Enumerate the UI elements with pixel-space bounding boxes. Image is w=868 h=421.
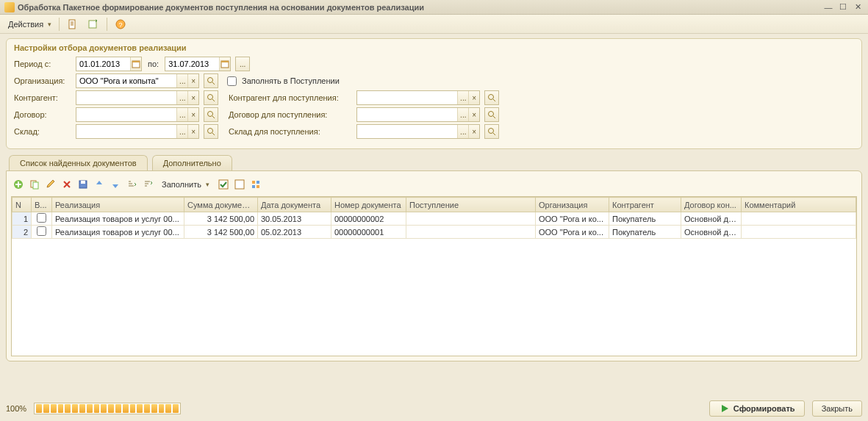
uncheck-icon	[234, 179, 245, 190]
actions-menu[interactable]: Действия	[4, 17, 55, 32]
documents-table[interactable]: N В... Реализация Сумма документа Дата д…	[11, 196, 857, 356]
select-button[interactable]: ...	[176, 74, 187, 87]
clear-button[interactable]: ×	[187, 74, 198, 87]
contract-field[interactable]: ... ×	[76, 107, 199, 122]
cell-check[interactable]	[32, 226, 52, 239]
date-to-input[interactable]	[165, 57, 219, 71]
col-date[interactable]: Дата документа	[258, 198, 331, 212]
clear-button[interactable]: ×	[468, 108, 479, 121]
table-row[interactable]: 1Реализация товаров и услуг 00...3 142 5…	[12, 212, 856, 226]
col-counterparty[interactable]: Контрагент	[609, 198, 681, 212]
col-n[interactable]: N	[12, 198, 32, 212]
clear-button[interactable]: ×	[187, 125, 198, 138]
clear-button[interactable]: ×	[187, 91, 198, 104]
table-row[interactable]: 2Реализация товаров и услуг 00...3 142 5…	[12, 226, 856, 239]
calendar-icon[interactable]	[219, 57, 230, 71]
close-button[interactable]: ✕	[852, 2, 864, 12]
date-from-input[interactable]	[76, 57, 130, 71]
counterparty-receipt-lookup-button[interactable]	[484, 90, 499, 105]
uncheck-all-button[interactable]	[232, 177, 247, 192]
settings-button[interactable]	[248, 177, 263, 192]
check-all-button[interactable]	[216, 177, 231, 192]
contract-receipt-input[interactable]	[357, 108, 457, 121]
col-v[interactable]: В...	[32, 198, 52, 212]
warehouse-receipt-field[interactable]: ... ×	[356, 124, 480, 139]
minimize-button[interactable]: —	[822, 2, 834, 12]
col-docnum[interactable]: Номер документа	[331, 198, 406, 212]
fill-menu[interactable]: Заполнить	[157, 177, 215, 192]
col-sum[interactable]: Сумма документа	[184, 198, 258, 212]
col-org[interactable]: Организация	[536, 198, 609, 212]
warehouse-receipt-lookup-button[interactable]	[484, 124, 499, 139]
arrow-up-icon	[93, 179, 105, 190]
svg-text:?: ?	[119, 21, 123, 29]
tab-additional[interactable]: Дополнительно	[152, 155, 232, 170]
cell-check[interactable]	[32, 212, 52, 226]
col-receipt[interactable]: Поступление	[406, 198, 536, 212]
move-down-button[interactable]	[108, 177, 123, 192]
fill-checkbox[interactable]	[227, 76, 237, 86]
col-comment[interactable]: Комментарий	[742, 198, 856, 212]
contract-receipt-field[interactable]: ... ×	[356, 107, 480, 122]
select-button[interactable]: ...	[457, 91, 468, 104]
maximize-button[interactable]: ☐	[837, 2, 849, 12]
magnify-icon	[207, 76, 215, 85]
warehouse-lookup-button[interactable]	[204, 124, 218, 139]
col-contract[interactable]: Договор кон...	[681, 198, 742, 212]
close-footer-button[interactable]: Закрыть	[812, 400, 862, 417]
counterparty-receipt-field[interactable]: ... ×	[356, 90, 480, 105]
counterparty-field[interactable]: ... ×	[76, 90, 199, 105]
counterparty-input[interactable]	[76, 91, 176, 104]
move-up-button[interactable]	[92, 177, 107, 192]
warehouse-field[interactable]: ... ×	[76, 124, 199, 139]
toolbar-btn-1[interactable]	[63, 17, 82, 32]
pencil-icon	[45, 179, 57, 190]
cell-comment	[742, 226, 856, 239]
form-button[interactable]: Сформировать	[709, 400, 805, 417]
clear-button[interactable]: ×	[468, 125, 479, 138]
counterparty-label: Контрагент:	[14, 93, 73, 102]
counterparty-lookup-button[interactable]	[204, 90, 218, 105]
org-input[interactable]	[76, 74, 176, 87]
copy-button[interactable]	[27, 177, 42, 192]
titlebar: Обработка Пакетное формирование документ…	[0, 0, 868, 15]
delete-button[interactable]	[60, 177, 74, 192]
counterparty-receipt-input[interactable]	[357, 91, 457, 104]
contract-receipt-lookup-button[interactable]	[484, 107, 499, 122]
period-ext-button[interactable]: ...	[235, 57, 250, 71]
org-field[interactable]: ... ×	[76, 73, 199, 88]
fill-label: Заполнить	[162, 180, 201, 189]
calendar-icon[interactable]	[130, 57, 141, 71]
svg-line-11	[212, 99, 215, 101]
toolbar-btn-2[interactable]	[84, 17, 103, 32]
select-button[interactable]: ...	[176, 91, 187, 104]
contract-lookup-button[interactable]	[204, 107, 218, 122]
svg-rect-0	[69, 20, 75, 29]
svg-line-9	[212, 82, 215, 84]
org-lookup-button[interactable]	[204, 73, 218, 88]
select-button[interactable]: ...	[176, 108, 187, 121]
sort-desc-button[interactable]	[140, 177, 155, 192]
date-from-field[interactable]	[76, 57, 142, 71]
edit-button[interactable]	[43, 177, 58, 192]
help-button[interactable]: ?	[111, 17, 130, 32]
tab-panel: Заполнить N В... Реализация	[6, 170, 862, 361]
date-to-field[interactable]	[165, 57, 231, 71]
add-button[interactable]	[11, 177, 26, 192]
warehouse-input[interactable]	[76, 125, 176, 138]
tab-documents[interactable]: Список найденных документов	[9, 155, 148, 170]
col-real[interactable]: Реализация	[52, 198, 184, 212]
sort-asc-button[interactable]	[124, 177, 139, 192]
select-button[interactable]: ...	[457, 125, 468, 138]
clear-button[interactable]: ×	[468, 91, 479, 104]
plus-icon	[12, 179, 24, 190]
select-button[interactable]: ...	[176, 125, 187, 138]
warehouse-receipt-input[interactable]	[357, 125, 457, 138]
save-button[interactable]	[76, 177, 90, 192]
row-checkbox[interactable]	[37, 213, 46, 223]
row-checkbox[interactable]	[37, 226, 46, 236]
select-button[interactable]: ...	[457, 108, 468, 121]
cell-real: Реализация товаров и услуг 00...	[52, 226, 184, 239]
clear-button[interactable]: ×	[187, 108, 198, 121]
contract-input[interactable]	[76, 108, 176, 121]
